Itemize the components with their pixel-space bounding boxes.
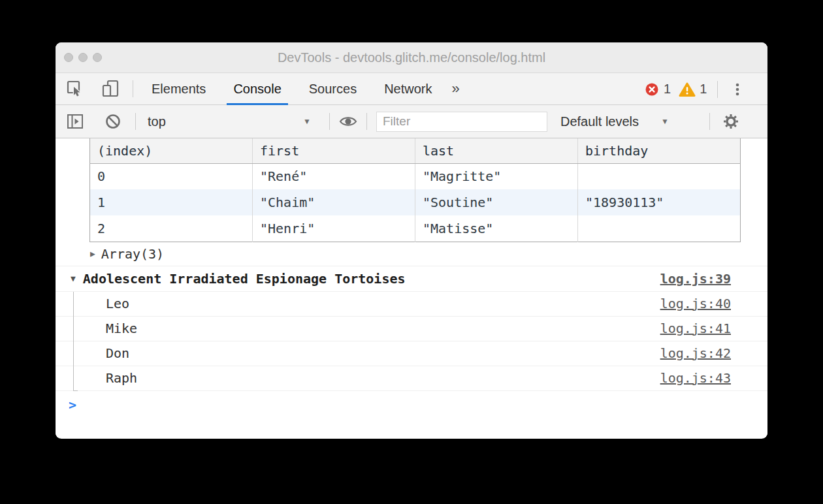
console-settings-button[interactable] xyxy=(720,111,741,132)
devtools-window: DevTools - devtools.glitch.me/console/lo… xyxy=(56,42,767,439)
kebab-menu-icon xyxy=(728,80,747,99)
clear-console-icon xyxy=(103,112,123,131)
tabbar-right-group: 1 1 xyxy=(644,73,748,105)
devtools-menu-button[interactable] xyxy=(727,79,748,100)
expand-triangle-icon[interactable]: ▶ xyxy=(90,249,95,259)
log-levels-selector[interactable]: Default levels ▼ xyxy=(560,114,669,129)
create-live-expression-button[interactable] xyxy=(338,111,359,132)
gear-icon xyxy=(721,112,741,131)
chevron-down-icon: ▼ xyxy=(661,117,669,126)
collapse-triangle-icon[interactable]: ▼ xyxy=(71,274,76,283)
console-messages: (index) first last birthday 0 "René" "Ma… xyxy=(56,138,767,438)
log-text: Raph xyxy=(106,370,137,386)
separator xyxy=(135,113,136,130)
source-link[interactable]: log.js:39 xyxy=(660,271,731,287)
group-title: Adolescent Irradiated Espionage Tortoise… xyxy=(83,271,406,287)
traffic-lights xyxy=(64,53,102,62)
separator xyxy=(133,80,133,97)
device-toolbar-button[interactable] xyxy=(100,78,121,99)
table-row: 0 "René" "Magritte" xyxy=(90,163,741,189)
desktop-background: DevTools - devtools.glitch.me/console/lo… xyxy=(0,0,823,504)
array-preview-message: ▶ Array(3) xyxy=(56,242,767,266)
tab-sources[interactable]: Sources xyxy=(300,73,366,105)
source-link[interactable]: log.js:42 xyxy=(660,345,731,361)
log-text: Mike xyxy=(106,321,137,336)
array-preview-label[interactable]: Array(3) xyxy=(101,246,164,262)
error-badge-icon[interactable] xyxy=(644,82,660,97)
cell-first: "Chaim" xyxy=(253,189,415,215)
console-prompt[interactable]: > xyxy=(56,391,767,413)
chevron-down-icon: ▼ xyxy=(303,117,311,126)
table-header-row: (index) first last birthday xyxy=(90,138,741,163)
console-sidebar-toggle-button[interactable] xyxy=(65,111,86,132)
cell-first: "René" xyxy=(253,163,415,189)
cell-last: "Soutine" xyxy=(415,189,578,215)
source-link[interactable]: log.js:43 xyxy=(660,370,731,386)
log-text: Leo xyxy=(106,296,129,311)
cell-first: "Henri" xyxy=(253,215,415,242)
group-indent-guide xyxy=(73,292,78,391)
error-count: 1 xyxy=(664,82,671,97)
log-message: Mike log.js:41 xyxy=(56,317,767,341)
cell-last: "Matisse" xyxy=(415,215,578,242)
inspect-element-button[interactable] xyxy=(65,78,86,99)
column-header-index[interactable]: (index) xyxy=(90,138,253,163)
javascript-context-selector[interactable]: top ▼ xyxy=(148,114,311,129)
cell-birthday xyxy=(578,215,741,242)
table-row: 2 "Henri" "Matisse" xyxy=(90,215,741,242)
separator xyxy=(709,113,710,130)
cell-last: "Magritte" xyxy=(415,163,578,189)
tab-console[interactable]: Console xyxy=(224,73,290,105)
column-header-first[interactable]: first xyxy=(253,138,415,163)
log-message: Don log.js:42 xyxy=(56,341,767,366)
context-label: top xyxy=(148,114,166,129)
window-title: DevTools - devtools.glitch.me/console/lo… xyxy=(56,42,767,73)
device-toolbar-icon xyxy=(101,79,120,99)
separator xyxy=(329,113,330,130)
inspect-icon xyxy=(65,79,85,99)
cell-birthday xyxy=(578,163,741,189)
console-group-header[interactable]: ▼ Adolescent Irradiated Espionage Tortoi… xyxy=(56,266,767,292)
source-link[interactable]: log.js:40 xyxy=(660,296,731,311)
filter-input[interactable] xyxy=(376,112,547,132)
column-header-birthday[interactable]: birthday xyxy=(578,138,741,163)
levels-label: Default levels xyxy=(560,114,639,129)
cell-index: 0 xyxy=(90,163,253,189)
log-text: Don xyxy=(106,345,129,361)
cell-index: 1 xyxy=(90,189,253,215)
prompt-chevron-icon: > xyxy=(69,397,76,413)
source-link[interactable]: log.js:41 xyxy=(660,321,731,336)
titlebar[interactable]: DevTools - devtools.glitch.me/console/lo… xyxy=(56,42,767,73)
cell-birthday: "18930113" xyxy=(578,189,741,215)
log-message: Raph log.js:43 xyxy=(56,366,767,391)
zoom-button[interactable] xyxy=(93,53,102,62)
console-table: (index) first last birthday 0 "René" "Ma… xyxy=(89,138,741,242)
warning-count: 1 xyxy=(700,82,707,97)
warning-badge-icon[interactable] xyxy=(679,82,696,97)
column-header-last[interactable]: last xyxy=(415,138,578,163)
more-tabs-button[interactable]: » xyxy=(448,80,464,97)
minimize-button[interactable] xyxy=(78,53,88,62)
cell-index: 2 xyxy=(90,215,253,242)
tab-elements[interactable]: Elements xyxy=(142,73,215,105)
devtools-tabbar: Elements Console Sources Network » 1 1 xyxy=(56,73,767,105)
console-group-children: Leo log.js:40 Mike log.js:41 Don log.js:… xyxy=(56,292,767,391)
separator xyxy=(366,113,367,130)
separator xyxy=(717,81,718,98)
clear-console-button[interactable] xyxy=(103,111,123,132)
console-toolbar: top ▼ Default levels ▼ xyxy=(56,105,767,138)
log-message: Leo log.js:40 xyxy=(56,292,767,317)
close-button[interactable] xyxy=(64,53,73,62)
eye-icon xyxy=(338,111,359,132)
table-row: 1 "Chaim" "Soutine" "18930113" xyxy=(90,189,741,215)
tab-network[interactable]: Network xyxy=(375,73,441,105)
sidebar-toggle-icon xyxy=(65,112,85,131)
